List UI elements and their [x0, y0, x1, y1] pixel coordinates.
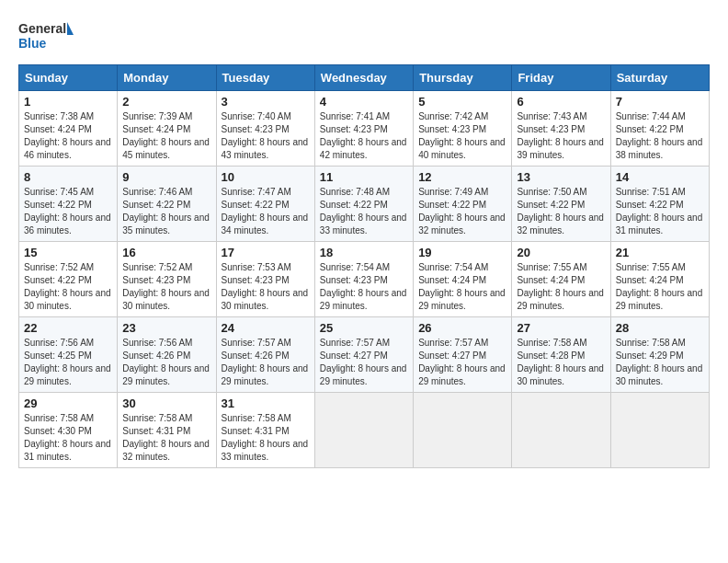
- calendar-cell: 4 Sunrise: 7:41 AM Sunset: 4:23 PM Dayli…: [314, 91, 413, 167]
- calendar-cell: 6 Sunrise: 7:43 AM Sunset: 4:23 PM Dayli…: [512, 91, 610, 167]
- header-day-tuesday: Tuesday: [216, 65, 314, 91]
- day-info: Sunrise: 7:57 AM Sunset: 4:27 PM Dayligh…: [418, 337, 506, 388]
- sunset-label: Sunset: 4:30 PM: [24, 426, 92, 436]
- day-number: 7: [616, 95, 704, 109]
- day-number: 6: [517, 95, 605, 109]
- day-number: 8: [24, 170, 112, 184]
- day-info: Sunrise: 7:38 AM Sunset: 4:24 PM Dayligh…: [24, 110, 112, 162]
- day-info: Sunrise: 7:52 AM Sunset: 4:22 PM Dayligh…: [24, 261, 112, 313]
- calendar-cell: 31 Sunrise: 7:58 AM Sunset: 4:31 PM Dayl…: [216, 393, 314, 468]
- day-number: 4: [320, 95, 408, 109]
- page-header: General Blue: [18, 18, 710, 55]
- sunset-label: Sunset: 4:24 PM: [24, 124, 92, 134]
- sunset-label: Sunset: 4:26 PM: [222, 350, 290, 361]
- day-number: 17: [222, 246, 310, 259]
- day-info: Sunrise: 7:39 AM Sunset: 4:24 PM Dayligh…: [122, 110, 210, 162]
- sunrise-label: Sunrise: 7:42 AM: [418, 111, 488, 121]
- calendar-cell: 3 Sunrise: 7:40 AM Sunset: 4:23 PM Dayli…: [216, 91, 314, 167]
- daylight-label: Daylight: 8 hours and 30 minutes.: [222, 288, 309, 311]
- calendar-cell: 27 Sunrise: 7:58 AM Sunset: 4:28 PM Dayl…: [512, 317, 610, 393]
- day-number: 24: [222, 321, 310, 335]
- calendar-cell: [414, 393, 512, 468]
- calendar-cell: [314, 393, 413, 468]
- calendar-cell: 16 Sunrise: 7:52 AM Sunset: 4:23 PM Dayl…: [118, 242, 216, 317]
- sunset-label: Sunset: 4:23 PM: [517, 124, 585, 134]
- sunrise-label: Sunrise: 7:58 AM: [517, 338, 586, 348]
- daylight-label: Daylight: 8 hours and 30 minutes.: [122, 288, 210, 311]
- daylight-label: Daylight: 8 hours and 30 minutes.: [517, 363, 604, 386]
- sunrise-label: Sunrise: 7:51 AM: [616, 187, 686, 197]
- calendar-cell: 29 Sunrise: 7:58 AM Sunset: 4:30 PM Dayl…: [19, 393, 118, 468]
- sunrise-label: Sunrise: 7:54 AM: [418, 262, 488, 272]
- svg-text:General: General: [18, 21, 66, 36]
- sunset-label: Sunset: 4:22 PM: [616, 200, 684, 210]
- header-row: SundayMondayTuesdayWednesdayThursdayFrid…: [19, 65, 710, 91]
- day-number: 10: [222, 170, 310, 184]
- sunrise-label: Sunrise: 7:57 AM: [418, 338, 488, 348]
- day-info: Sunrise: 7:42 AM Sunset: 4:23 PM Dayligh…: [418, 110, 506, 162]
- day-number: 21: [616, 246, 704, 259]
- sunset-label: Sunset: 4:25 PM: [24, 350, 92, 361]
- calendar-cell: 7 Sunrise: 7:44 AM Sunset: 4:22 PM Dayli…: [610, 91, 709, 167]
- calendar-cell: 10 Sunrise: 7:47 AM Sunset: 4:22 PM Dayl…: [216, 167, 314, 242]
- svg-marker-2: [67, 22, 74, 35]
- sunrise-label: Sunrise: 7:44 AM: [616, 111, 686, 121]
- sunrise-label: Sunrise: 7:56 AM: [122, 338, 192, 348]
- day-info: Sunrise: 7:43 AM Sunset: 4:23 PM Dayligh…: [517, 110, 605, 162]
- sunrise-label: Sunrise: 7:55 AM: [616, 262, 686, 272]
- daylight-label: Daylight: 8 hours and 31 minutes.: [616, 213, 703, 236]
- sunset-label: Sunset: 4:22 PM: [616, 124, 684, 134]
- week-row-2: 8 Sunrise: 7:45 AM Sunset: 4:22 PM Dayli…: [19, 167, 710, 242]
- daylight-label: Daylight: 8 hours and 34 minutes.: [222, 213, 309, 236]
- day-number: 11: [320, 170, 408, 184]
- sunrise-label: Sunrise: 7:57 AM: [320, 338, 390, 348]
- day-number: 25: [320, 321, 408, 335]
- sunset-label: Sunset: 4:23 PM: [320, 124, 388, 134]
- sunrise-label: Sunrise: 7:43 AM: [517, 111, 586, 121]
- day-info: Sunrise: 7:54 AM Sunset: 4:24 PM Dayligh…: [418, 261, 506, 313]
- calendar-cell: 25 Sunrise: 7:57 AM Sunset: 4:27 PM Dayl…: [314, 317, 413, 393]
- sunrise-label: Sunrise: 7:58 AM: [24, 413, 94, 423]
- day-number: 12: [418, 170, 506, 184]
- daylight-label: Daylight: 8 hours and 32 minutes.: [517, 213, 604, 236]
- daylight-label: Daylight: 8 hours and 39 minutes.: [517, 137, 604, 160]
- sunrise-label: Sunrise: 7:53 AM: [222, 262, 291, 272]
- sunset-label: Sunset: 4:22 PM: [122, 200, 190, 210]
- daylight-label: Daylight: 8 hours and 33 minutes.: [222, 439, 309, 462]
- day-info: Sunrise: 7:51 AM Sunset: 4:22 PM Dayligh…: [616, 186, 704, 237]
- sunset-label: Sunset: 4:22 PM: [320, 200, 388, 210]
- day-number: 9: [122, 170, 210, 184]
- calendar-header: SundayMondayTuesdayWednesdayThursdayFrid…: [19, 65, 710, 91]
- daylight-label: Daylight: 8 hours and 32 minutes.: [418, 213, 506, 236]
- week-row-5: 29 Sunrise: 7:58 AM Sunset: 4:30 PM Dayl…: [19, 393, 710, 468]
- day-info: Sunrise: 7:55 AM Sunset: 4:24 PM Dayligh…: [616, 261, 704, 313]
- day-info: Sunrise: 7:45 AM Sunset: 4:22 PM Dayligh…: [24, 186, 112, 237]
- daylight-label: Daylight: 8 hours and 32 minutes.: [122, 439, 210, 462]
- day-info: Sunrise: 7:56 AM Sunset: 4:25 PM Dayligh…: [24, 337, 112, 388]
- sunrise-label: Sunrise: 7:41 AM: [320, 111, 390, 121]
- day-info: Sunrise: 7:57 AM Sunset: 4:27 PM Dayligh…: [320, 337, 408, 388]
- sunset-label: Sunset: 4:31 PM: [222, 426, 290, 436]
- day-info: Sunrise: 7:47 AM Sunset: 4:22 PM Dayligh…: [222, 186, 310, 237]
- day-number: 19: [418, 246, 506, 259]
- daylight-label: Daylight: 8 hours and 43 minutes.: [222, 137, 309, 160]
- daylight-label: Daylight: 8 hours and 29 minutes.: [320, 363, 407, 386]
- svg-text:Blue: Blue: [18, 36, 47, 51]
- header-day-sunday: Sunday: [19, 65, 118, 91]
- sunrise-label: Sunrise: 7:47 AM: [222, 187, 291, 197]
- daylight-label: Daylight: 8 hours and 29 minutes.: [418, 288, 506, 311]
- day-number: 1: [24, 95, 112, 109]
- day-number: 15: [24, 246, 112, 259]
- calendar-cell: 21 Sunrise: 7:55 AM Sunset: 4:24 PM Dayl…: [610, 242, 709, 317]
- daylight-label: Daylight: 8 hours and 36 minutes.: [24, 213, 111, 236]
- calendar-cell: 22 Sunrise: 7:56 AM Sunset: 4:25 PM Dayl…: [19, 317, 118, 393]
- calendar-cell: 13 Sunrise: 7:50 AM Sunset: 4:22 PM Dayl…: [512, 167, 610, 242]
- daylight-label: Daylight: 8 hours and 35 minutes.: [122, 213, 210, 236]
- day-info: Sunrise: 7:54 AM Sunset: 4:23 PM Dayligh…: [320, 261, 408, 313]
- daylight-label: Daylight: 8 hours and 38 minutes.: [616, 137, 703, 160]
- day-number: 14: [616, 170, 704, 184]
- calendar-cell: 18 Sunrise: 7:54 AM Sunset: 4:23 PM Dayl…: [314, 242, 413, 317]
- header-day-monday: Monday: [118, 65, 216, 91]
- day-info: Sunrise: 7:58 AM Sunset: 4:31 PM Dayligh…: [222, 412, 310, 464]
- daylight-label: Daylight: 8 hours and 29 minutes.: [517, 288, 604, 311]
